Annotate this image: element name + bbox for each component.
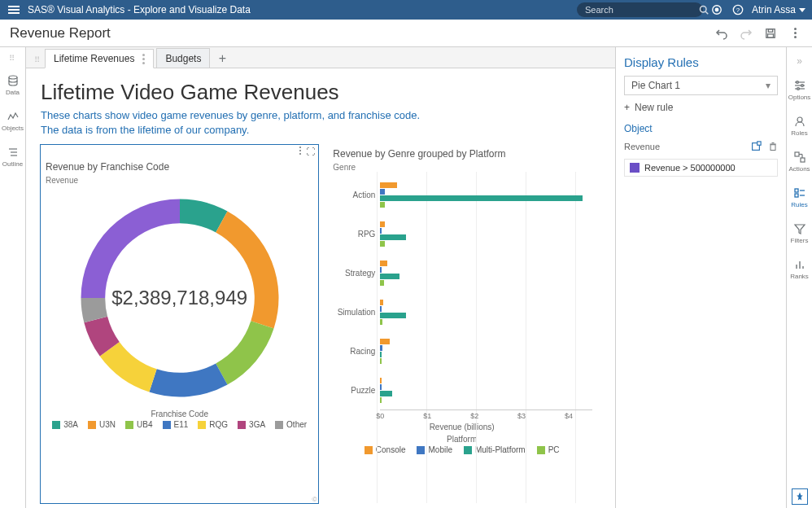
user-menu[interactable]: Atrin Assa — [752, 4, 805, 15]
bar-segment[interactable] — [380, 319, 382, 325]
edit-rule-icon[interactable] — [750, 141, 762, 152]
help-icon[interactable]: ? — [731, 2, 745, 17]
bar-segment[interactable] — [380, 306, 382, 312]
svg-text:?: ? — [736, 7, 740, 14]
collapse-rail[interactable]: » — [797, 50, 802, 72]
category-label: Simulation — [331, 308, 380, 317]
bar-segment[interactable] — [380, 391, 391, 396]
bar-row: Puzzle — [331, 370, 592, 409]
bar-segment[interactable] — [380, 358, 382, 364]
left-rail-outline[interactable]: Outline — [0, 139, 25, 173]
save-button[interactable] — [763, 26, 778, 41]
bar-segment[interactable] — [380, 221, 385, 227]
bar-segment[interactable] — [380, 228, 381, 234]
bar-row: Action — [331, 175, 592, 214]
bar-segment[interactable] — [380, 378, 382, 383]
bar-segment[interactable] — [380, 202, 385, 208]
display-rules-panel: Display Rules Pie Chart 1 ▾ + New rule O… — [615, 47, 786, 508]
left-rail-objects[interactable]: Objects — [0, 103, 25, 138]
legend-item[interactable]: U3N — [88, 420, 116, 429]
search-icon — [699, 5, 709, 15]
bar-segment[interactable] — [380, 384, 381, 390]
undo-button[interactable] — [714, 26, 729, 41]
donut-chart[interactable]: $2,389,718,949 — [70, 188, 290, 408]
legend-item[interactable]: Other — [275, 420, 307, 429]
y-axis-label: Genre — [328, 163, 600, 172]
selector-value: Pie Chart 1 — [631, 80, 680, 91]
bar-segment[interactable] — [380, 274, 399, 279]
bar-segment[interactable] — [380, 267, 382, 273]
delete-rule-icon[interactable] — [768, 141, 778, 152]
tab-budgets[interactable]: Budgets — [156, 48, 210, 68]
legend-item[interactable]: UB4 — [125, 420, 152, 429]
bar-segment[interactable] — [380, 339, 390, 344]
search-input[interactable] — [583, 4, 699, 15]
rail-drag-handle[interactable]: ⠿ — [9, 50, 16, 66]
category-label: Puzzle — [331, 386, 380, 395]
rail-label: Roles — [791, 129, 807, 137]
bar-segment[interactable] — [380, 300, 383, 305]
redo-button — [739, 26, 753, 41]
home-icon[interactable] — [709, 2, 724, 17]
tab-detach-handle[interactable]: ⠿ — [31, 55, 45, 68]
right-rail-ranks[interactable]: Ranks — [787, 251, 812, 287]
right-rail-options[interactable]: Options — [787, 72, 812, 107]
add-tab-button[interactable]: + — [212, 50, 232, 68]
legend-item[interactable]: 3GA — [238, 420, 265, 429]
pie-chart-card[interactable]: ⛶ Revenue by Franchise Code Revenue $2,3… — [41, 145, 318, 503]
hamburger-menu[interactable] — [7, 4, 21, 15]
legend-item[interactable]: Mobile — [417, 445, 452, 454]
legend-item[interactable]: E11 — [163, 420, 189, 429]
object-selector[interactable]: Pie Chart 1 ▾ — [624, 76, 778, 95]
donut-legend: 38AU3NUB4E11RQG3GAOther — [52, 420, 307, 429]
bar-segment[interactable] — [380, 189, 385, 195]
chart-menu-icon[interactable] — [299, 147, 301, 160]
legend-title: Franchise Code — [151, 409, 208, 418]
svg-rect-26 — [801, 158, 805, 162]
right-rail-roles[interactable]: Roles — [787, 107, 812, 143]
right-rail-rules[interactable]: Rules — [787, 179, 812, 215]
report-title: Revenue Report — [10, 25, 111, 42]
page-title: Lifetime Video Game Revenues — [41, 80, 600, 105]
bar-segment[interactable] — [380, 234, 406, 240]
bar-segment[interactable] — [380, 241, 385, 247]
rule-item[interactable]: Revenue > 500000000 — [624, 159, 778, 177]
right-rail-actions[interactable]: Actions — [787, 143, 812, 179]
legend-item[interactable]: Multi-Platform — [464, 445, 526, 454]
left-rail-data[interactable]: Data — [0, 68, 25, 102]
global-search[interactable] — [577, 2, 703, 17]
app-title: SAS® Visual Analytics - Explore and Visu… — [28, 4, 251, 15]
legend-item[interactable]: RQG — [198, 420, 228, 429]
bar-chart-card[interactable]: Revenue by Genre grouped by Platform Gen… — [328, 145, 600, 503]
tab-lifetime-revenues[interactable]: Lifetime Revenues — [45, 49, 154, 68]
left-rail-label: Data — [6, 89, 20, 96]
category-label: RPG — [331, 230, 380, 239]
rule-color-swatch — [630, 163, 640, 173]
overflow-menu[interactable] — [788, 26, 802, 41]
svg-rect-8 — [768, 33, 774, 37]
legend-item[interactable]: 38A — [52, 420, 78, 429]
x-axis-label: Revenue (billions) — [331, 423, 592, 431]
bar-segment[interactable] — [380, 313, 406, 318]
legend-item[interactable]: PC — [537, 445, 560, 454]
legend-item[interactable]: Console — [365, 445, 406, 454]
bar-chart[interactable]: ActionRPGStrategySimulationRacingPuzzle … — [328, 172, 600, 503]
bar-segment[interactable] — [380, 280, 384, 286]
rule-measure-label: Revenue — [624, 142, 660, 151]
right-rail: » Options Roles Actions Rules Filters Ra… — [786, 47, 812, 508]
bar-segment[interactable] — [380, 182, 396, 188]
pin-button[interactable] — [792, 488, 808, 505]
bar-segment[interactable] — [380, 195, 583, 201]
svg-point-3 — [715, 8, 718, 11]
bar-segment[interactable] — [380, 345, 382, 351]
new-rule-label: New rule — [635, 102, 673, 113]
bar-segment[interactable] — [380, 261, 387, 266]
bar-segment[interactable] — [380, 397, 382, 403]
tab-menu-icon[interactable] — [142, 54, 145, 64]
expand-icon[interactable]: ⛶ — [306, 147, 315, 160]
right-rail-filters[interactable]: Filters — [787, 215, 812, 251]
bar-row: RPG — [331, 214, 592, 253]
bar-segment[interactable] — [380, 352, 382, 357]
new-rule-button[interactable]: + New rule — [624, 102, 778, 113]
svg-rect-14 — [757, 142, 761, 145]
